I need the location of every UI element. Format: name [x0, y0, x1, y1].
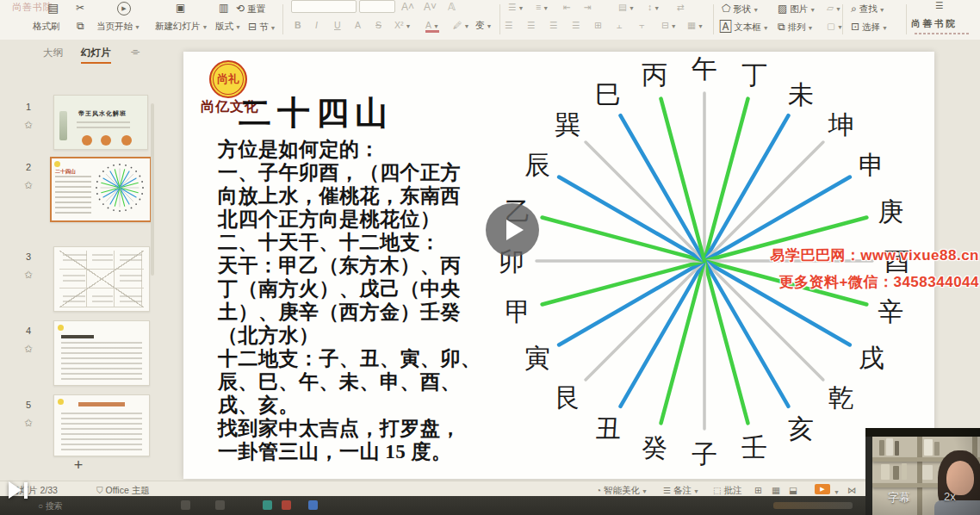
reset-button[interactable]: ⟲ 重置	[236, 3, 265, 16]
slideshow-button[interactable]: ▶	[815, 484, 830, 494]
watermark-line1: 易学巴巴网：www.vixue88.cn	[770, 242, 979, 269]
compass-label-dot	[96, 181, 98, 183]
align-center-icon: ☰	[527, 20, 535, 30]
slide-thumbnail-4[interactable]	[53, 320, 150, 386]
thumb1-vase	[59, 111, 67, 140]
compass-label-坤: 坤	[827, 110, 853, 139]
find-button[interactable]: ⌕ 查找▼	[851, 3, 885, 16]
taskbar-app-icon[interactable]	[308, 500, 318, 510]
slideshow-caret[interactable]: ▼	[832, 486, 840, 496]
compass-label-dot	[125, 164, 127, 166]
taskbar-search-icon[interactable]: ○ 搜索	[38, 500, 63, 512]
slide-thumbnail-2[interactable]: 二十四山	[50, 157, 152, 222]
arrange-button[interactable]: ⧉ 排列▼	[778, 21, 813, 34]
cut-icon[interactable]: ✂	[76, 2, 84, 14]
theme-button[interactable]: ⛉Office 主题	[96, 485, 150, 497]
compass-label-dot	[131, 167, 133, 169]
compass-label-辛: 辛	[878, 297, 903, 326]
player-next-button[interactable]	[9, 481, 28, 499]
thumb2-title: 二十四山	[55, 168, 76, 176]
thumb5-textlines	[61, 413, 142, 450]
thumb1-seal-icon	[121, 135, 132, 146]
bullet-list-icon: ☰▼	[508, 2, 524, 12]
compass-label-dot	[102, 203, 104, 205]
ribbon-separator	[842, 4, 843, 34]
panel-collapse-icon[interactable]: ⌯	[131, 45, 140, 59]
thumb2-textlines	[55, 176, 91, 214]
slide-star-icon[interactable]: ✩	[24, 119, 33, 131]
font-name-select	[291, 0, 357, 13]
compass-label-亥: 亥	[788, 414, 814, 443]
shapes-button[interactable]: ⬠ 形状▼	[722, 3, 759, 16]
layout-button[interactable]: 版式▼	[215, 21, 241, 33]
slide-thumbnail-5[interactable]	[53, 394, 150, 456]
paste-icon[interactable]: ▤	[47, 1, 59, 15]
zoom-control-icon[interactable]: ⋈	[847, 485, 857, 495]
subtitle-button[interactable]: 字幕	[888, 490, 910, 506]
smart-beautify-button[interactable]: ◔智能美化▼	[596, 485, 648, 497]
brand-logo-caption	[915, 33, 970, 34]
slide-star-icon[interactable]: ✩	[24, 269, 33, 281]
normal-view-icon[interactable]: ⊞	[754, 485, 762, 495]
select-button[interactable]: ⊡ 选择▼	[851, 21, 888, 34]
video-play-button[interactable]	[486, 203, 539, 257]
slide-panel: 大纲 幻灯片 ⌯ 1 ✩ 帝王风水化解班 2 ✩ 二十四山	[0, 40, 157, 481]
speed-button[interactable]: 2x	[944, 490, 956, 503]
text-effects-button[interactable]: 变▼	[475, 20, 492, 32]
thumb3-textlines	[120, 275, 142, 283]
taskbar-app-icon[interactable]	[215, 500, 225, 510]
slideshow-play-icon[interactable]: ▶	[117, 2, 131, 16]
ribbon-separator	[906, 4, 907, 34]
tab-outline[interactable]: 大纲	[43, 47, 63, 59]
compass-line-壬	[704, 261, 748, 423]
compass-line-甲	[543, 261, 704, 305]
compass-label-dot	[119, 210, 121, 212]
new-slide-button[interactable]: 新建幻灯片▼	[155, 21, 208, 33]
slide-number: 3	[26, 251, 31, 262]
thumb3-textlines	[92, 254, 113, 263]
thumb3-textlines	[63, 275, 85, 283]
grow-font-icon: A˄	[401, 1, 414, 13]
thumb3-textlines	[120, 254, 142, 263]
start-from-page-button[interactable]: 当页开始▼	[96, 21, 140, 33]
notes-button[interactable]: ☰备注▼	[663, 485, 699, 497]
brand-logo-icon: ☰	[935, 0, 944, 10]
slide-sorter-icon[interactable]: ▦	[772, 485, 780, 495]
italic-button: I	[315, 20, 318, 30]
textbox-button[interactable]: 🄰 文本框▼	[720, 21, 769, 34]
tab-slides[interactable]: 幻灯片	[81, 47, 111, 64]
compass-label-丙: 丙	[642, 60, 667, 89]
layout-icon[interactable]: ▥	[219, 2, 228, 14]
picture-button[interactable]: ▨ 图片▼	[778, 3, 816, 16]
compass-label-dot	[141, 193, 143, 195]
compass-label-dot	[141, 181, 143, 183]
compass-label-丁: 丁	[741, 60, 767, 89]
add-slide-button[interactable]: +	[67, 456, 90, 474]
new-slide-icon[interactable]: ▣	[176, 2, 185, 14]
compass-label-寅: 寅	[524, 344, 550, 372]
comment-button[interactable]: ⬚批注	[713, 485, 741, 497]
section-button[interactable]: ⊟ 节▼	[248, 21, 276, 34]
increase-indent-icon: ⇥	[584, 2, 592, 12]
slide-star-icon[interactable]: ✩	[24, 343, 33, 355]
taskbar-wps-icon[interactable]	[282, 500, 291, 510]
line-spacing-icon: ↕▼	[648, 2, 660, 12]
taskbar: ○ 搜索	[0, 496, 980, 515]
compass-label-dot	[108, 208, 109, 209]
compass-label-dot	[119, 164, 121, 165]
taskbar-app-icon[interactable]	[181, 500, 190, 510]
format-painter-button[interactable]: 格式刷	[33, 21, 60, 33]
ribbon-separator	[499, 4, 500, 34]
slide-star-icon[interactable]: ✩	[24, 179, 33, 191]
next-icon-triangle	[9, 481, 22, 499]
slide-star-icon[interactable]: ✩	[24, 417, 33, 429]
compass-label-巳: 巳	[595, 80, 621, 109]
slide-thumbnail-3[interactable]	[53, 246, 150, 312]
copy-icon[interactable]: ⧉	[77, 20, 84, 32]
taskbar-app-icon[interactable]	[263, 500, 272, 510]
reading-view-icon[interactable]: ⬓	[789, 485, 797, 495]
compass-label-申: 申	[859, 151, 884, 179]
slide-number: 1	[26, 102, 31, 112]
slide-thumbnail-1[interactable]: 帝王风水化解班	[53, 95, 148, 150]
panel-scrollbar[interactable]	[151, 103, 154, 276]
